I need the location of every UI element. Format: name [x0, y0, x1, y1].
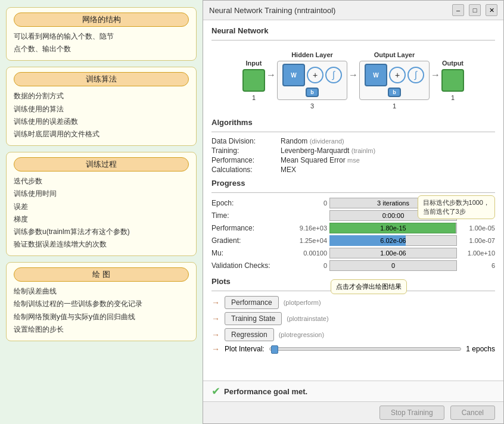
- iteration-tooltip: 目标迭代步数为1000，当前迭代了3步: [418, 195, 495, 219]
- prog-start-vc: 0: [279, 262, 327, 269]
- nn-output-layer-label: Output Layer: [374, 51, 415, 58]
- nn-arrow-3: →: [430, 70, 441, 80]
- nn-hidden-sum: +: [307, 67, 323, 83]
- annotation-content-process: 迭代步数 训练使用时间 误差 梯度 训练参数u(trainlm算法才有这个参数)…: [14, 175, 189, 251]
- annotation-text-proc-3: 误差: [14, 201, 189, 213]
- nn-training-window: Neural Network Training (nntraintool) – …: [203, 0, 504, 424]
- algo-label-3: Calculations:: [211, 166, 277, 174]
- nn-hidden-layer-group: W + ∫ b: [277, 61, 347, 100]
- prog-bar-grad: 6.02e-06: [329, 235, 457, 246]
- plot-interval-value: 1 epochs: [466, 345, 495, 353]
- algo-fn-0: (dividerand): [310, 138, 344, 145]
- window-titlebar: Neural Network Training (nntraintool) – …: [203, 1, 503, 20]
- annotation-title-process: 训练过程: [14, 157, 189, 172]
- annotation-text-plot-2: 绘制训练过程的一些训练参数的变化记录: [14, 298, 189, 310]
- algo-label-2: Performance:: [211, 156, 277, 164]
- divider-progress: [211, 192, 495, 193]
- annotation-title-plot: 绘 图: [14, 267, 189, 282]
- plot-fn-performance: (plotperform): [284, 299, 321, 306]
- prog-val-vc: 0: [391, 262, 395, 269]
- prog-end-grad: 1.00e-07: [459, 237, 495, 244]
- nn-output-layer-block: Output Layer W + ∫ b 1: [359, 51, 430, 110]
- prog-bg-perf: 1.80e-15: [329, 223, 457, 233]
- plot-btn-regression[interactable]: Regression: [225, 328, 274, 341]
- nn-hidden-num: 3: [310, 102, 314, 110]
- plot-fn-training-state: (plottrainstate): [287, 315, 328, 322]
- progress-section-title: Progress: [211, 179, 495, 188]
- neural-network-section-title: Neural Network: [211, 26, 495, 35]
- prog-start-mu: 0.00100: [279, 250, 327, 257]
- algo-grid: Data Division: Random (dividerand) Train…: [211, 137, 495, 174]
- nn-output-layer-num: 1: [393, 102, 396, 110]
- nn-output-inner: W + ∫: [365, 64, 424, 86]
- annotation-text-proc-5: 训练参数u(trainlm算法才有这个参数): [14, 226, 189, 238]
- maximize-button[interactable]: □: [469, 4, 481, 16]
- algo-label-0: Data Division:: [211, 137, 277, 145]
- window-title: Neural Network Training (nntraintool): [209, 6, 335, 15]
- prog-start-grad: 1.25e+04: [279, 237, 327, 244]
- algo-value-2: Mean Squared Error mse: [281, 156, 495, 164]
- annotation-text-proc-1: 迭代步数: [14, 175, 189, 188]
- nn-hidden-label: Hidden Layer: [291, 51, 333, 58]
- slider-thumb[interactable]: [271, 345, 278, 354]
- nn-input-num: 1: [252, 94, 256, 101]
- prog-bar-perf: 1.80e-15: [329, 223, 457, 233]
- annotation-text-algo-3: 训练使用的误差函数: [14, 116, 189, 128]
- plot-interval-row: → Plot Interval: 1 epochs: [211, 344, 495, 354]
- annotation-content-plot: 绘制误差曲线 绘制训练过程的一些训练参数的变化记录 绘制网络预测y值与实际y值的…: [14, 285, 189, 336]
- algo-val-text-0: Random: [281, 137, 307, 145]
- prog-label-perf: Performance:: [211, 224, 277, 232]
- annotation-text-algo-2: 训练使用的算法: [14, 103, 189, 116]
- annotation-text-plot-1: 绘制误差曲线: [14, 285, 189, 298]
- nn-diagram-wrapper: Input 1 → Hidden Layer W + ∫: [211, 45, 495, 118]
- prog-val-grad: 6.02e-06: [329, 235, 457, 246]
- nn-output-act: ∫: [407, 67, 424, 83]
- plots-tooltip: 点击才会弹出绘图结果: [331, 279, 407, 294]
- nn-output-label: Output: [442, 60, 463, 67]
- prog-start-perf: 9.16e+03: [279, 225, 327, 232]
- prog-label-mu: Mu:: [211, 249, 277, 257]
- prog-val-mu: 1.00e-06: [380, 250, 406, 257]
- nn-output-box: [441, 69, 464, 92]
- close-button[interactable]: ✕: [486, 4, 497, 16]
- annotation-network-structure: 网络的结构 可以看到网络的输入个数、隐节 点个数、输出个数: [6, 7, 197, 61]
- annotation-plotting: 绘 图 绘制误差曲线 绘制训练过程的一些训练参数的变化记录 绘制网络预测y值与实…: [6, 262, 197, 341]
- nn-output-layer-group: W + ∫ b: [359, 61, 430, 100]
- annotation-text-plot-4: 设置绘图的步长: [14, 323, 189, 336]
- nn-hidden-b: b: [306, 88, 319, 97]
- annotation-text-proc-2: 训练使用时间: [14, 188, 189, 200]
- plot-row-performance: → Performance (plotperform): [211, 296, 495, 309]
- prog-bg-mu: 1.00e-06: [329, 248, 457, 258]
- minimize-button[interactable]: –: [452, 4, 464, 16]
- progress-section: Progress 目标迭代步数为1000，当前迭代了3步 Epoch: 0 3 …: [211, 179, 495, 271]
- algo-fn-1: (trainlm): [351, 147, 375, 154]
- plots-section: Plots 点击才会弹出绘图结果 → Performance (plotperf…: [211, 277, 495, 354]
- left-annotation-panel: 网络的结构 可以看到网络的输入个数、隐节 点个数、输出个数 训练算法 数据的分割…: [0, 0, 203, 424]
- prog-bar-mu: 1.00e-06: [329, 248, 457, 258]
- prog-val-perf: 1.80e-15: [329, 223, 457, 233]
- prog-label-grad: Gradient:: [211, 236, 277, 245]
- plot-fn-regression: (plotregression): [279, 331, 324, 338]
- window-controls: – □ ✕: [452, 4, 497, 16]
- prog-bg-vc: 0: [329, 260, 457, 271]
- bottom-bar: Stop Training Cancel: [203, 401, 503, 423]
- prog-end-perf: 1.00e-05: [459, 225, 495, 232]
- plot-btn-training-state[interactable]: Training State: [225, 312, 282, 325]
- prog-val-time: 0:00:00: [382, 212, 405, 219]
- nn-output-w: W: [365, 64, 387, 86]
- algorithms-section-title: Algorithms: [211, 118, 495, 127]
- plot-btn-performance[interactable]: Performance: [225, 296, 279, 309]
- plot-interval-slider[interactable]: [269, 347, 462, 351]
- annotation-training-process: 训练过程 迭代步数 训练使用时间 误差 梯度 训练参数u(trainlm算法才有…: [6, 152, 197, 256]
- prog-end-vc: 6: [459, 262, 495, 269]
- prog-label-vc: Validation Checks:: [211, 261, 277, 270]
- prog-bg-grad: 6.02e-06: [329, 235, 457, 246]
- nn-hidden-inner: W + ∫: [282, 64, 342, 86]
- nn-arrow-2: →: [347, 70, 359, 80]
- prog-val-epoch: 3 iterations: [377, 199, 409, 207]
- annotation-text-algo-1: 数据的分割方式: [14, 90, 189, 102]
- nn-output-sum: +: [389, 67, 406, 83]
- divider-algo: [211, 132, 495, 132]
- arrow-plot-reg: →: [211, 330, 220, 339]
- algo-val-text-1: Levenberg-Marquardt: [281, 146, 349, 155]
